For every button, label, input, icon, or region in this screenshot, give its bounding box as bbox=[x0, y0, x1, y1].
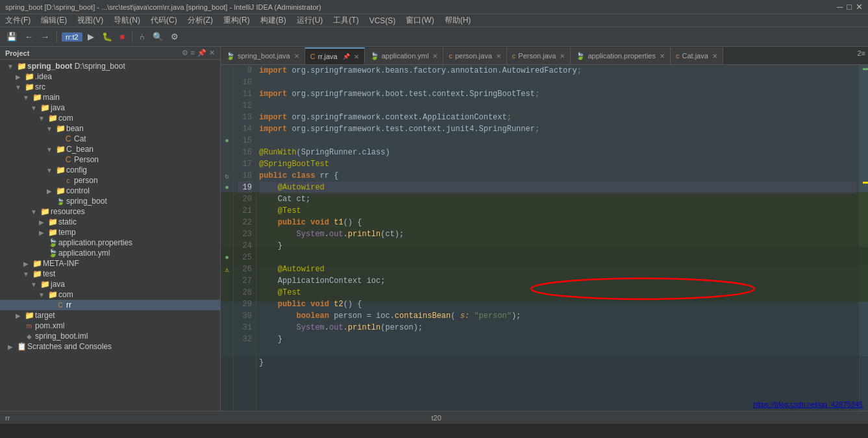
tree-iml[interactable]: ◆ spring_boot.iml bbox=[0, 331, 220, 341]
tab-person-java[interactable]: c person.java ✕ bbox=[443, 47, 506, 64]
tab-Person-java[interactable]: c Person.java ✕ bbox=[507, 47, 571, 64]
debug-button[interactable]: 🐛 bbox=[99, 30, 115, 43]
save-button[interactable]: 💾 bbox=[4, 30, 19, 43]
tree-meta-inf[interactable]: ▶ 📁 META-INF bbox=[0, 258, 220, 269]
tree-label: C_bean bbox=[66, 145, 93, 154]
back-button[interactable]: ← bbox=[22, 30, 36, 43]
gutter-icons: ● ↻ ● ● ⚠ bbox=[221, 65, 234, 411]
tab-close-icon[interactable]: ✕ bbox=[496, 53, 501, 60]
tab-close-icon[interactable]: ✕ bbox=[560, 53, 565, 60]
tree-com[interactable]: ▼ 📁 com bbox=[0, 113, 220, 123]
tree-c-bean[interactable]: ▼ 📁 C_bean bbox=[0, 144, 220, 154]
menu-code[interactable]: 代码(C) bbox=[148, 15, 180, 26]
settings-button[interactable]: ⚙ bbox=[168, 30, 181, 43]
tree-pom-xml[interactable]: m pom.xml bbox=[0, 321, 220, 331]
tree-app-yml[interactable]: 🍃 application.yml bbox=[0, 248, 220, 258]
code-content[interactable]: import org.springframework.beans.factory… bbox=[256, 65, 859, 411]
tree-config[interactable]: ▼ 📁 config bbox=[0, 165, 220, 175]
stop-button[interactable]: ■ bbox=[118, 30, 128, 43]
tree-test[interactable]: ▼ 📁 test bbox=[0, 269, 220, 279]
menu-vcs[interactable]: VCS(S) bbox=[367, 16, 399, 25]
tab-rr-java[interactable]: C rr.java 📌 ✕ bbox=[305, 47, 365, 64]
tree-static[interactable]: ▶ 📁 static bbox=[0, 217, 220, 227]
arrow-icon: ▼ bbox=[5, 63, 16, 70]
tab-application-properties[interactable]: 🍃 application.properties ✕ bbox=[571, 47, 671, 64]
code-line-15 bbox=[259, 135, 856, 147]
tree-spring-boot-class[interactable]: 🍃 spring_boot bbox=[0, 196, 220, 206]
menu-analyze[interactable]: 分析(Z) bbox=[185, 15, 216, 26]
tab-close-icon[interactable]: ✕ bbox=[660, 53, 665, 60]
tree-root-spring-boot[interactable]: ▼ 📁 spring_boot D:\spring_boot bbox=[0, 61, 220, 71]
arrow-icon: ▶ bbox=[21, 260, 31, 267]
run-config-indicator: rr:t2 bbox=[62, 32, 82, 42]
pin-icon[interactable]: 📌 bbox=[197, 49, 206, 57]
tree-target[interactable]: ▶ 📁 target bbox=[0, 310, 220, 321]
tree-cat[interactable]: C Cat bbox=[0, 134, 220, 144]
git-button[interactable]: ⑃ bbox=[137, 30, 147, 43]
folder-icon: 📁 bbox=[31, 93, 43, 102]
collapse-icon[interactable]: ≡ bbox=[191, 49, 195, 57]
menu-view[interactable]: 视图(V) bbox=[75, 15, 106, 26]
close-panel-icon[interactable]: ✕ bbox=[209, 49, 215, 57]
status-position: t20 bbox=[432, 414, 441, 422]
spring-file-icon: 🍃 bbox=[55, 198, 66, 205]
code-editor[interactable]: ● ↻ ● ● ⚠ 9 1 bbox=[221, 65, 868, 411]
menu-navigate[interactable]: 导航(N) bbox=[111, 15, 143, 26]
menu-help[interactable]: 帮助(H) bbox=[442, 15, 474, 26]
tab-close-icon[interactable]: ✕ bbox=[294, 53, 299, 60]
line-num-29: 29 bbox=[238, 298, 252, 310]
right-gutter bbox=[859, 65, 868, 411]
menu-tools[interactable]: 工具(T) bbox=[330, 15, 361, 26]
tree-test-java[interactable]: ▼ 📁 java bbox=[0, 279, 220, 289]
tree-src[interactable]: ▼ 📁 src bbox=[0, 82, 220, 92]
menu-run[interactable]: 运行(U) bbox=[294, 15, 326, 26]
tree-temp[interactable]: ▶ 📁 temp bbox=[0, 227, 220, 237]
minimize-button[interactable]: ─ bbox=[837, 2, 843, 12]
tree-control[interactable]: ▶ 📁 control bbox=[0, 186, 220, 196]
code-line-11: import org.springframework.boot.test.con… bbox=[259, 88, 856, 100]
menu-refactor[interactable]: 重构(R) bbox=[221, 15, 253, 26]
tree-bean[interactable]: ▼ 📁 bean bbox=[0, 123, 220, 134]
tree-java[interactable]: ▼ 📁 java bbox=[0, 103, 220, 113]
tree-resources[interactable]: ▼ 📁 resources bbox=[0, 206, 220, 217]
tab-label: spring_boot.java bbox=[238, 52, 290, 60]
tab-application-yml[interactable]: 🍃 application.yml ✕ bbox=[365, 47, 444, 64]
tree-person-java[interactable]: c person bbox=[0, 175, 220, 186]
tree-scratches[interactable]: ▶ 📋 Scratches and Consoles bbox=[0, 341, 220, 352]
java-file-icon: C bbox=[62, 134, 74, 143]
gutter-line-27 bbox=[221, 275, 233, 287]
arrow-icon: ▶ bbox=[13, 312, 23, 319]
tree-main[interactable]: ▼ 📁 main bbox=[0, 92, 220, 103]
folder-icon: 📁 bbox=[47, 228, 58, 237]
tree-idea[interactable]: ▶ 📁 .idea bbox=[0, 71, 220, 82]
forward-button[interactable]: → bbox=[38, 30, 52, 43]
folder-icon: 📁 bbox=[16, 62, 27, 71]
menu-window[interactable]: 窗口(W) bbox=[403, 15, 436, 26]
gutter-line-24 bbox=[221, 240, 233, 252]
arrow-icon: ▼ bbox=[29, 208, 39, 215]
tab-close-icon[interactable]: ✕ bbox=[432, 53, 438, 60]
yml-file-icon: 🍃 bbox=[47, 249, 58, 258]
tab-close-icon[interactable]: ✕ bbox=[712, 53, 717, 60]
line-num-32: 32 bbox=[238, 334, 252, 345]
tree-person[interactable]: C Person bbox=[0, 154, 220, 165]
search-button[interactable]: 🔍 bbox=[150, 30, 166, 43]
tab-cat-java[interactable]: c Cat.java ✕ bbox=[671, 47, 723, 64]
code-line-28: @Test bbox=[259, 287, 856, 298]
tab-close-icon[interactable]: ✕ bbox=[354, 53, 359, 60]
menu-file[interactable]: 文件(F) bbox=[3, 15, 33, 26]
close-button[interactable]: ✕ bbox=[856, 2, 863, 12]
menu-edit[interactable]: 编辑(E) bbox=[38, 15, 69, 26]
tree-rr-java[interactable]: C rr bbox=[0, 300, 220, 310]
maximize-button[interactable]: □ bbox=[847, 2, 852, 12]
yml-tab-icon: 🍃 bbox=[370, 52, 379, 60]
folder-icon: 📁 bbox=[55, 186, 66, 195]
tree-app-properties[interactable]: 🍃 application.properties bbox=[0, 237, 220, 248]
code-line-17: @SpringBootTest bbox=[259, 158, 856, 170]
tab-spring-boot-java[interactable]: 🍃 spring_boot.java ✕ bbox=[221, 47, 305, 64]
tree-test-com[interactable]: ▼ 📁 com bbox=[0, 289, 220, 300]
run-button[interactable]: ▶ bbox=[85, 30, 97, 43]
gutter-line-9 bbox=[221, 65, 233, 77]
menu-build[interactable]: 构建(B) bbox=[258, 15, 289, 26]
gear-icon[interactable]: ⚙ bbox=[182, 49, 188, 57]
